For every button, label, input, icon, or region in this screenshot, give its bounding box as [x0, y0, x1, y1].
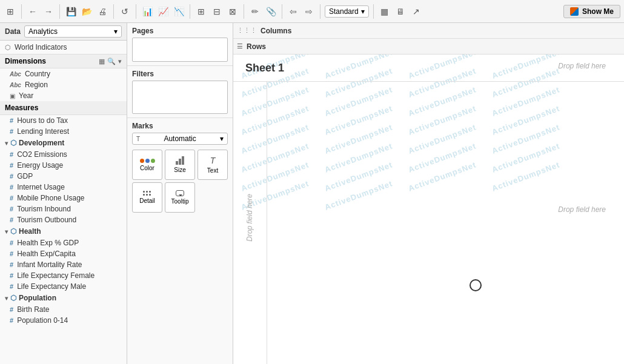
chart3-icon[interactable]: 📉 — [172, 5, 185, 18]
toolbar: ⊞ ← → 💾 📂 🖨 ↺ 📊 📈 📉 ⊞ ⊟ ⊠ ✏ 📎 ⇦ ⇨ Standa… — [0, 0, 624, 23]
filter-icon[interactable]: ⊟ — [210, 5, 224, 18]
data-source-dropdown[interactable]: Analytics ▾ — [24, 25, 122, 38]
field-health-capita[interactable]: # Health Exp/Capita — [0, 248, 127, 259]
tooltip-icon — [176, 190, 184, 196]
group-population[interactable]: ▾ ⬡ Population — [0, 292, 127, 304]
marks-label: Marks — [132, 122, 228, 130]
rows-drop-zone[interactable] — [266, 40, 620, 53]
print-icon[interactable]: 🖨 — [96, 5, 109, 18]
home-icon[interactable]: ⊞ — [4, 5, 17, 18]
columns-shelf[interactable]: ⋮⋮⋮ Columns — [233, 23, 624, 39]
field-infant[interactable]: # Infant Mortality Rate — [0, 259, 127, 270]
color-icon — [140, 159, 155, 163]
arrow1-icon[interactable]: ⇦ — [287, 5, 300, 18]
size-marks-button[interactable]: Size — [165, 150, 195, 180]
drop-field-left: Drop field here — [245, 194, 254, 242]
hash-icon: # — [10, 128, 13, 135]
cursor-indicator — [470, 279, 482, 291]
dimensions-list: Abc Country Abc Region ▣ Year — [0, 68, 127, 101]
grid-view-icon[interactable]: ▦ — [99, 58, 105, 65]
marks-type-dropdown[interactable]: T Automatic ▾ — [132, 133, 228, 145]
bar-chart-icon[interactable]: 📊 — [141, 5, 154, 18]
field-lending-interest[interactable]: # Lending Interest — [0, 126, 127, 137]
filters-drop-zone[interactable] — [132, 81, 228, 114]
standard-dropdown[interactable]: Standard ▾ — [325, 5, 369, 18]
forward-icon[interactable]: → — [42, 5, 55, 18]
hash-icon: # — [10, 194, 13, 202]
label-icon[interactable]: ⊠ — [226, 5, 239, 18]
field-internet[interactable]: # Internet Usage — [0, 182, 127, 193]
marks-section: Marks T Automatic ▾ Color — [127, 118, 233, 364]
save-icon[interactable]: 💾 — [64, 5, 78, 18]
field-year[interactable]: ▣ Year — [0, 90, 127, 101]
back-icon[interactable]: ← — [26, 5, 39, 18]
hash-icon: # — [10, 272, 13, 279]
share-icon[interactable]: ↗ — [410, 5, 423, 18]
detail-marks-button[interactable]: Detail — [132, 182, 162, 213]
show-me-button[interactable]: Show Me — [563, 5, 620, 18]
group-development[interactable]: ▾ ⬡ Development — [0, 137, 127, 149]
field-health-gdp[interactable]: # Health Exp % GDP — [0, 237, 127, 248]
field-mobile[interactable]: # Mobile Phone Usage — [0, 193, 127, 204]
marks-t-icon: T — [136, 136, 140, 142]
field-population-014[interactable]: # Population 0-14 — [0, 315, 127, 326]
rows-label: Rows — [247, 42, 266, 51]
world-indicators-row[interactable]: ⬡ World Indicators — [0, 41, 127, 55]
undo-icon[interactable]: ↺ — [118, 5, 131, 18]
dimensions-header: Dimensions ▦ 🔍 ▾ — [0, 55, 127, 68]
expand-icon[interactable]: ▾ — [118, 58, 122, 65]
hash-icon: # — [10, 173, 13, 180]
canvas-area[interactable]: ActiveDumpsNet ActiveDumpsNet ActiveDump… — [233, 55, 624, 364]
hash-icon: # — [10, 151, 13, 158]
field-energy[interactable]: # Energy Usage — [0, 160, 127, 171]
left-panel: Data Analytics ▾ ⬡ World Indicators Dime… — [0, 23, 127, 364]
hash-icon: # — [10, 250, 13, 257]
filters-label: Filters — [132, 70, 228, 78]
columns-drop-zone[interactable] — [291, 24, 620, 38]
hash-icon: # — [10, 239, 13, 247]
clip-icon[interactable]: 📎 — [264, 5, 277, 18]
field-tourism-in[interactable]: # Tourism Inbound — [0, 204, 127, 214]
color-marks-button[interactable]: Color — [132, 150, 162, 180]
field-country[interactable]: Abc Country — [0, 68, 127, 79]
monitor-icon[interactable]: 🖥 — [394, 5, 407, 18]
text-marks-button[interactable]: T Text — [197, 150, 228, 180]
pen-icon[interactable]: ✏ — [248, 5, 262, 18]
field-life-female[interactable]: # Life Expectancy Female — [0, 270, 127, 281]
field-region[interactable]: Abc Region — [0, 79, 127, 90]
pages-section: Pages — [127, 23, 233, 66]
toolbar-sep-1 — [21, 4, 22, 19]
search-icon[interactable]: 🔍 — [107, 58, 116, 65]
field-life-male[interactable]: # Life Expectancy Male — [0, 281, 127, 292]
field-tourism-out[interactable]: # Tourism Outbound — [0, 214, 127, 225]
marks-grid: Color Size T Text — [132, 150, 228, 213]
arrow2-icon[interactable]: ⇨ — [302, 5, 316, 18]
folder-icon: ⬡ — [10, 227, 16, 236]
field-gdp[interactable]: # GDP — [0, 171, 127, 182]
show-me-icon — [570, 7, 579, 16]
measures-list: # Hours to do Tax # Lending Interest ▾ ⬡… — [0, 115, 127, 326]
columns-icon: ⋮⋮⋮ — [237, 27, 257, 35]
hash-icon: # — [10, 306, 13, 313]
pages-drop-zone[interactable] — [132, 38, 228, 62]
hash-icon: # — [10, 205, 13, 213]
field-birth-rate[interactable]: # Birth Rate — [0, 304, 127, 315]
group-icon[interactable]: ⊞ — [194, 5, 208, 18]
field-co2[interactable]: # CO2 Emissions — [0, 149, 127, 160]
drop-field-top: Drop field here — [558, 62, 606, 70]
abc-icon: Abc — [10, 71, 21, 78]
pages-label: Pages — [132, 27, 228, 35]
field-hours-tax[interactable]: # Hours to do Tax — [0, 115, 127, 126]
chart2-icon[interactable]: 📈 — [156, 5, 170, 18]
open-icon[interactable]: 📂 — [80, 5, 93, 18]
rows-shelf[interactable]: ☰ Rows — [233, 39, 624, 55]
grid-icon[interactable]: ▦ — [378, 5, 391, 18]
measures-header: Measures — [0, 101, 127, 115]
chevron-down-icon: ▾ — [5, 228, 8, 235]
columns-label: Columns — [261, 27, 291, 35]
detail-icon — [143, 191, 151, 196]
group-health[interactable]: ▾ ⬡ Health — [0, 225, 127, 237]
toolbar-sep-6 — [244, 4, 244, 19]
toolbar-sep-2 — [59, 4, 60, 19]
tooltip-marks-button[interactable]: Tooltip — [165, 182, 195, 213]
